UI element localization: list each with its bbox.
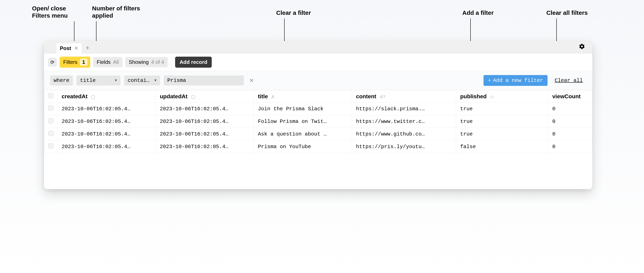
cell-updatedAt[interactable]: 2023-10-06T16:02:05.4… <box>156 128 254 140</box>
filter-value-input[interactable] <box>164 76 244 86</box>
toggle-icon: ⬭ <box>490 94 494 99</box>
cell-content[interactable]: https://www.github.co… <box>352 128 456 140</box>
row-checkbox-cell <box>44 140 58 153</box>
cell-title[interactable]: Ask a question about … <box>254 128 352 140</box>
tab-bar: Post ✕ + <box>44 41 592 54</box>
cell-viewCount[interactable]: 0 <box>548 140 592 153</box>
row-checkbox[interactable] <box>48 143 54 148</box>
divider <box>171 58 172 67</box>
calendar-icon: ▢ <box>91 94 95 99</box>
column-label: updatedAt <box>160 93 187 100</box>
column-label: createdAt <box>62 93 88 100</box>
add-record-button[interactable]: Add record <box>175 57 212 68</box>
fields-label: Fields <box>97 59 110 65</box>
column-label: published <box>460 93 486 100</box>
column-published[interactable]: published ⬭ <box>456 90 548 103</box>
column-viewCount[interactable]: viewCount <box>548 90 592 103</box>
cell-title[interactable]: Join the Prisma Slack <box>254 103 352 115</box>
annotation-add-filter: Add a filter <box>462 9 494 16</box>
cell-viewCount[interactable]: 0 <box>548 115 592 128</box>
annotation-clear-filter: Clear a filter <box>276 9 311 16</box>
filters-count-badge: 1 <box>80 59 88 66</box>
filter-operator-value: contai… <box>128 78 150 84</box>
filter-operator-select[interactable]: contai… ▼ <box>124 76 160 86</box>
table-row[interactable]: 2023-10-06T16:02:05.4…2023-10-06T16:02:0… <box>44 140 592 153</box>
column-createdAt[interactable]: createdAt ▢ <box>58 90 156 103</box>
row-checkbox[interactable] <box>48 131 54 136</box>
header-checkbox-cell <box>44 90 58 103</box>
close-icon[interactable]: ✕ <box>74 46 78 51</box>
cell-published[interactable]: true <box>456 128 548 140</box>
fields-button[interactable]: Fields All <box>93 57 122 67</box>
cell-createdAt[interactable]: 2023-10-06T16:02:05.4… <box>58 128 156 140</box>
table-header-row: createdAt ▢ updatedAt ▢ title A content … <box>44 90 592 103</box>
empty-space <box>44 153 592 189</box>
cell-content[interactable]: https://pris.ly/youtu… <box>352 140 456 153</box>
chevron-down-icon: ▼ <box>115 78 117 82</box>
filter-field-value: title <box>80 78 96 84</box>
data-table: createdAt ▢ updatedAt ▢ title A content … <box>44 90 592 153</box>
calendar-icon: ▢ <box>191 94 195 99</box>
cell-title[interactable]: Prisma on YouTube <box>254 140 352 153</box>
annotation-open-close: Open/ close Filters menu <box>32 5 68 19</box>
toolbar: ⟳ Filters 1 Fields All Showing 4 of 4 Ad… <box>44 54 592 71</box>
row-checkbox-cell <box>44 128 58 140</box>
row-checkbox[interactable] <box>48 118 54 123</box>
text-icon: A <box>271 94 274 99</box>
chevron-down-icon: ▼ <box>154 78 156 82</box>
app-window: Post ✕ + ⟳ Filters 1 Fields All Showing … <box>44 41 592 189</box>
cell-title[interactable]: Follow Prisma on Twit… <box>254 115 352 128</box>
tab-post[interactable]: Post ✕ <box>56 43 82 54</box>
filter-bar: where title ▼ contai… ▼ ✕ + Add a new fi… <box>44 71 592 90</box>
filter-where-label: where <box>50 76 73 86</box>
table-row[interactable]: 2023-10-06T16:02:05.4…2023-10-06T16:02:0… <box>44 115 592 128</box>
refresh-icon: ⟳ <box>50 60 54 65</box>
select-all-checkbox[interactable] <box>48 93 54 98</box>
cell-createdAt[interactable]: 2023-10-06T16:02:05.4… <box>58 115 156 128</box>
refresh-button[interactable]: ⟳ <box>48 58 57 67</box>
column-updatedAt[interactable]: updatedAt ▢ <box>156 90 254 103</box>
column-title[interactable]: title A <box>254 90 352 103</box>
row-checkbox[interactable] <box>48 106 54 111</box>
plus-icon: + <box>488 78 491 84</box>
cell-published[interactable]: false <box>456 140 548 153</box>
filters-label: Filters <box>63 59 78 65</box>
text-nullable-icon: A? <box>380 94 385 99</box>
add-filter-label: Add a new filter <box>493 78 543 84</box>
add-filter-button[interactable]: + Add a new filter <box>484 75 547 86</box>
showing-value: 4 of 4 <box>151 59 164 65</box>
annotation-clear-all: Clear all filters <box>546 9 588 16</box>
showing-label: Showing <box>129 59 149 65</box>
cell-content[interactable]: https://slack.prisma.… <box>352 103 456 115</box>
annotation-num-filters: Number of filters applied <box>92 5 140 19</box>
table-row[interactable]: 2023-10-06T16:02:05.4…2023-10-06T16:02:0… <box>44 128 592 140</box>
cell-updatedAt[interactable]: 2023-10-06T16:02:05.4… <box>156 115 254 128</box>
column-label: viewCount <box>552 93 581 100</box>
cell-published[interactable]: true <box>456 103 548 115</box>
row-checkbox-cell <box>44 103 58 115</box>
cell-updatedAt[interactable]: 2023-10-06T16:02:05.4… <box>156 103 254 115</box>
fields-value: All <box>113 59 119 65</box>
column-label: content <box>356 93 376 100</box>
clear-filter-button[interactable]: ✕ <box>247 78 256 84</box>
new-tab-button[interactable]: + <box>82 44 93 52</box>
cell-updatedAt[interactable]: 2023-10-06T16:02:05.4… <box>156 140 254 153</box>
cell-createdAt[interactable]: 2023-10-06T16:02:05.4… <box>58 103 156 115</box>
table-row[interactable]: 2023-10-06T16:02:05.4…2023-10-06T16:02:0… <box>44 103 592 115</box>
column-content[interactable]: content A? <box>352 90 456 103</box>
cell-createdAt[interactable]: 2023-10-06T16:02:05.4… <box>58 140 156 153</box>
filters-button[interactable]: Filters 1 <box>60 57 90 68</box>
row-checkbox-cell <box>44 115 58 128</box>
column-label: title <box>258 93 268 100</box>
close-icon: ✕ <box>249 78 254 84</box>
cell-viewCount[interactable]: 0 <box>548 103 592 115</box>
cell-content[interactable]: https://www.twitter.c… <box>352 115 456 128</box>
cell-viewCount[interactable]: 0 <box>548 128 592 140</box>
filter-field-select[interactable]: title ▼ <box>76 76 120 86</box>
showing-button[interactable]: Showing 4 of 4 <box>125 57 168 67</box>
clear-all-button[interactable]: Clear all <box>551 78 586 84</box>
tab-label: Post <box>60 45 71 52</box>
gear-icon[interactable] <box>579 43 585 51</box>
cell-published[interactable]: true <box>456 115 548 128</box>
